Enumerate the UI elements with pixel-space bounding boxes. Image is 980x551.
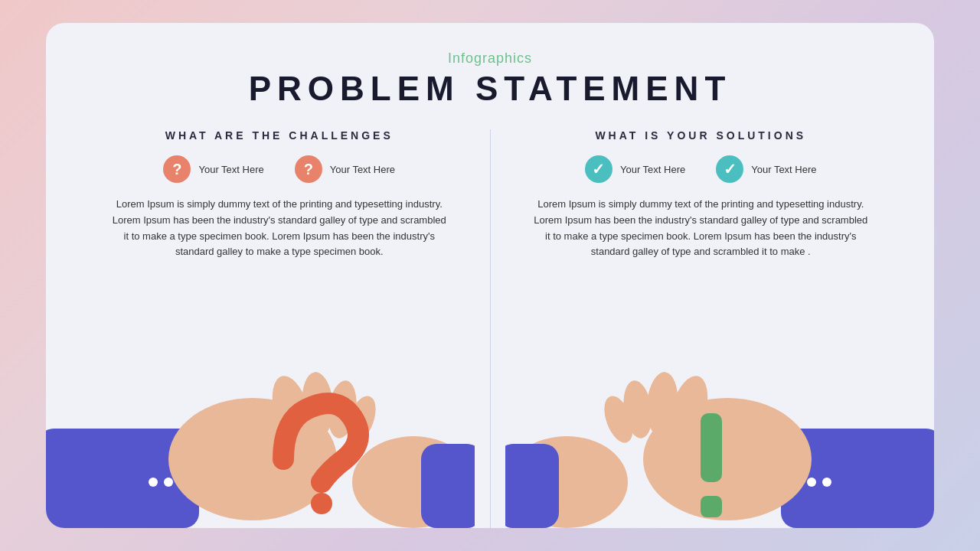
right-icon-item-2: ✓ Your Text Here <box>716 155 816 183</box>
right-col-title: WHAT IS YOUR SOLUTIONS <box>595 129 806 142</box>
question-icon-2: ? <box>295 155 322 183</box>
check-icon-1: ✓ <box>585 155 612 183</box>
left-icon-row: ? Your Text Here ? Your Text Here <box>163 155 395 183</box>
left-icon-item-2: ? Your Text Here <box>295 155 395 183</box>
question-icon-1: ? <box>163 155 191 183</box>
left-icon-label-1: Your Text Here <box>198 164 263 175</box>
right-icon-label-2: Your Text Here <box>751 164 816 175</box>
right-icon-row: ✓ Your Text Here ✓ Your Text Here <box>585 155 817 183</box>
left-icon-item-1: ? Your Text Here <box>163 155 263 183</box>
right-body-text: Lorem Ipsum is simply dummy text of the … <box>532 197 869 260</box>
slide-container: Infographics PROBLEM STATEMENT WHAT ARE … <box>46 23 934 528</box>
col-divider <box>490 129 491 528</box>
left-col-title: WHAT ARE THE CHALLENGES <box>165 129 394 142</box>
left-icon-label-2: Your Text Here <box>330 164 395 175</box>
left-column: WHAT ARE THE CHALLENGES ? Your Text Here… <box>77 129 482 528</box>
left-body-text: Lorem Ipsum is simply dummy text of the … <box>111 197 448 260</box>
right-column: WHAT IS YOUR SOLUTIONS ✓ Your Text Here … <box>498 129 904 528</box>
subtitle: Infographics <box>448 51 532 67</box>
two-col-layout: WHAT ARE THE CHALLENGES ? Your Text Here… <box>77 129 903 528</box>
check-icon-2: ✓ <box>716 155 743 183</box>
right-icon-item-1: ✓ Your Text Here <box>585 155 685 183</box>
right-icon-label-1: Your Text Here <box>620 164 685 175</box>
main-title: PROBLEM STATEMENT <box>249 70 732 108</box>
